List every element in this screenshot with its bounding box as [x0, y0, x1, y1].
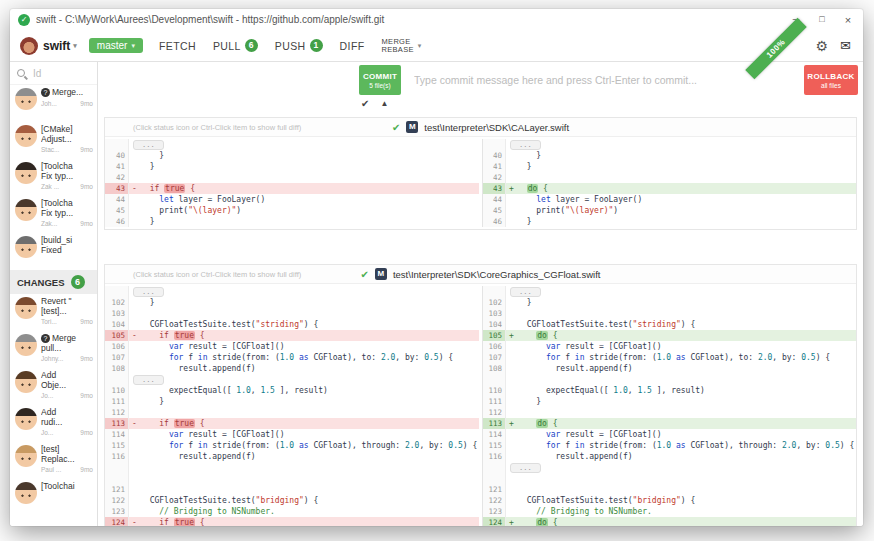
diff-row[interactable]: 110 expectEqual([ 1.0, 1.5 ], result)110… [105, 385, 856, 396]
file-status-icon[interactable]: M [375, 268, 387, 280]
commit-list-item[interactable]: ?Merge...Joh...9mo [10, 85, 97, 122]
expand-ellipsis[interactable]: ... [133, 375, 164, 385]
mail-icon[interactable]: ✉ [840, 38, 851, 53]
commit-list-item[interactable]: Revert "[test]...Tori...9mo [10, 294, 97, 331]
diff-row[interactable] [105, 473, 856, 484]
diff-row[interactable]: ...... [105, 139, 856, 150]
filter-input[interactable] [31, 67, 83, 80]
diff-row[interactable]: 106 var result = [CGFloat]()106 var resu… [105, 341, 856, 352]
commit-title: [ToolchaFix typ... [41, 199, 93, 218]
diff-button[interactable]: DIFF [340, 40, 365, 52]
line-number [105, 139, 129, 150]
diff-row[interactable]: 45 print("\(layer)")45 print("\(layer)") [105, 205, 856, 216]
diff-row[interactable]: 107 for f in stride(from: (1.0 as CGFloa… [105, 352, 856, 363]
line-number: 46 [105, 216, 129, 227]
diff-row[interactable]: 114 var result = [CGFloat]()114 var resu… [105, 429, 856, 440]
file-status-icon[interactable]: M [406, 121, 418, 133]
diff-row[interactable]: 108 result.append(f)108 result.append(f) [105, 363, 856, 374]
commit-author: Jo... [41, 429, 53, 436]
commit-author: Stac... [41, 146, 59, 153]
line-number: 121 [482, 484, 506, 495]
expand-ellipsis[interactable]: ... [510, 140, 541, 150]
diff-sign [130, 495, 140, 506]
diff-row[interactable]: 104 CGFloatTestSuite.test("striding") {1… [105, 319, 856, 330]
commit-title: [build_siFixed [41, 236, 93, 255]
toolbar: swift ▾ master ▾ FETCH PULL 6 PUSH 1 DIF… [10, 30, 863, 62]
commit-button[interactable]: COMMIT 5 file(s) [359, 65, 401, 95]
stage-all-check-icon[interactable]: ✔ [361, 98, 369, 109]
diff-sign [130, 205, 140, 216]
close-button[interactable]: × [843, 14, 853, 26]
diff-row[interactable]: 113- if true {113+ do { [105, 418, 856, 429]
app-window: ✓ swift - C:\MyWork\Aurees\Development\s… [10, 9, 863, 526]
collapse-up-icon[interactable]: ▲ [380, 99, 388, 108]
commit-list-item[interactable]: AddObje...Jo...9mo [10, 368, 97, 405]
code-cell: result.append(f) [129, 363, 479, 374]
commit-message-input[interactable] [405, 65, 800, 95]
diff-row[interactable]: 124- if true {124+ do { [105, 517, 856, 526]
commit-meta: Addrudi...Jo...9mo [41, 408, 93, 442]
diff-row[interactable]: 116 result.append(f)116 result.append(f) [105, 451, 856, 462]
diff-row[interactable]: 102 }102 } [105, 297, 856, 308]
commit-age: 9mo [80, 392, 93, 399]
fetch-button[interactable]: FETCH [159, 40, 196, 52]
diff-row[interactable]: 112 112 [105, 407, 856, 418]
commit-title: ?Mergepull... [41, 334, 93, 353]
commit-list-item[interactable]: [Toolchai [10, 479, 97, 516]
maximize-button[interactable]: □ [817, 14, 827, 26]
expand-ellipsis[interactable]: ... [133, 287, 164, 297]
staged-check-icon[interactable]: ✔ [361, 269, 369, 280]
line-number: 121 [105, 484, 129, 495]
diff-row[interactable]: 42 42 [105, 172, 856, 183]
line-number: 115 [482, 440, 506, 451]
commit-list-item[interactable]: [test]Replac...Paul ...9mo [10, 442, 97, 479]
commit-author: Joh... [41, 100, 57, 107]
line-number: 106 [482, 341, 506, 352]
diff-row[interactable]: 123 // Bridging to NSNumber.123 // Bridg… [105, 506, 856, 517]
code-cell: // Bridging to NSNumber. [506, 506, 856, 517]
line-number [105, 462, 129, 473]
diff-row[interactable]: ... [105, 462, 856, 473]
expand-ellipsis[interactable]: ... [510, 287, 541, 297]
diff-row[interactable]: 41 }41 } [105, 161, 856, 172]
diff-sign: - [130, 517, 140, 526]
commit-list-item[interactable]: [build_siFixed [10, 233, 97, 270]
changes-label: CHANGES [17, 277, 65, 288]
diff-row[interactable]: ...... [105, 286, 856, 297]
diff-row[interactable]: 40 }40 } [105, 150, 856, 161]
code-cell: CGFloatTestSuite.test("bridging") { [506, 495, 856, 506]
merge-rebase-button[interactable]: MERGE REBASE ▾ [382, 38, 422, 54]
push-button[interactable]: PUSH 1 [275, 39, 323, 52]
commit-list-item[interactable]: [ToolchaFix typ...Zak...9mo [10, 196, 97, 233]
diff-sign [507, 205, 517, 216]
pull-button[interactable]: PULL 6 [213, 39, 258, 52]
line-number: 110 [482, 385, 506, 396]
diff-row[interactable]: 115 for f in stride(from: (1.0 as CGFloa… [105, 440, 856, 451]
rollback-button-label: ROLLBACK [807, 72, 854, 81]
diff-row[interactable]: 105- if true {105+ do { [105, 330, 856, 341]
diff-row[interactable]: 121 121 [105, 484, 856, 495]
commit-subline: Zak ...9mo [41, 183, 93, 190]
diff-row[interactable]: ... [105, 374, 856, 385]
diff-row[interactable]: 111 }111 } [105, 396, 856, 407]
diff-row[interactable]: 44 let layer = FooLayer()44 let layer = … [105, 194, 856, 205]
expand-ellipsis[interactable]: ... [133, 140, 164, 150]
gear-icon[interactable]: ⚙ [816, 38, 829, 54]
push-count-badge: 1 [310, 39, 323, 52]
changes-row[interactable]: CHANGES 6 [10, 270, 97, 294]
repo-selector[interactable]: swift ▾ [43, 39, 77, 53]
diff-row[interactable]: 103 103 [105, 308, 856, 319]
commit-list-item[interactable]: ?Mergepull...Johny...9mo [10, 331, 97, 368]
commit-list-item[interactable]: [ToolchaFix typ...Zak ...9mo [10, 159, 97, 196]
expand-ellipsis[interactable]: ... [510, 463, 541, 473]
commit-list-item[interactable]: [CMake]Adjust...Stac...9mo [10, 122, 97, 159]
diff-row[interactable]: 43- if true {43+ do { [105, 183, 856, 194]
diff-sign [130, 308, 140, 319]
diff-row[interactable]: 46 }46 } [105, 216, 856, 227]
commit-list-item[interactable]: Addrudi...Jo...9mo [10, 405, 97, 442]
rollback-button[interactable]: ROLLBACK all files [804, 65, 858, 95]
staged-check-icon[interactable]: ✔ [392, 122, 400, 133]
line-number: 43 [105, 183, 129, 194]
diff-row[interactable]: 122 CGFloatTestSuite.test("bridging") {1… [105, 495, 856, 506]
branch-selector[interactable]: master ▾ [89, 38, 143, 53]
